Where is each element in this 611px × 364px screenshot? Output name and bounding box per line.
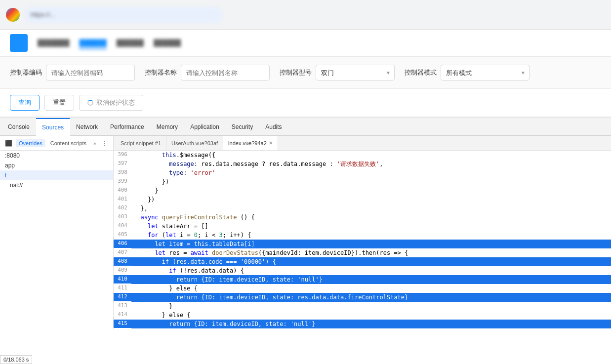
tab-console[interactable]: Console [2, 118, 36, 136]
controller-code-label: 控制器编码 [10, 68, 42, 77]
sidebar-items: :8080 app t nal:// [0, 151, 113, 329]
code-line-405: 405 for (let i = 0; i < 3; i++) { [114, 231, 611, 240]
code-line-407: 407 let res = await doorDevStatus({maind… [114, 248, 611, 257]
filter-bar: 控制器编码 控制器名称 控制器型号 双门 ▼ 控制器模式 所有模式 ▼ [0, 57, 611, 89]
sidebar-controls: ⬛ Overrides Content scripts » ⋮ [0, 136, 113, 151]
app-header: ███████ ██████ ██████ ██████ [0, 30, 611, 57]
code-tab-script-snippet[interactable]: Script snippet #1 [116, 136, 166, 151]
code-line-397: 397 message: res.data.message ? res.data… [114, 160, 611, 168]
button-bar: 查询 重置 取消保护状态 [0, 89, 611, 117]
sidebar-item-label: nal:// [10, 182, 23, 189]
code-line-412: 412 return {ID: item.deviceID, state: re… [114, 293, 611, 302]
sidebar-tab-content-scripts[interactable]: Content scripts [47, 139, 89, 147]
sidebar-item-t[interactable]: t [0, 170, 113, 180]
sidebar-more-icon[interactable]: » [93, 140, 96, 146]
tab-memory[interactable]: Memory [151, 118, 184, 136]
code-line-401: 401 }) [114, 195, 611, 204]
code-line-403: 403 async queryFireControlState () { [114, 213, 611, 222]
sidebar-item-nal[interactable]: nal:// [0, 180, 113, 190]
tab-application[interactable]: Application [184, 118, 226, 136]
filter-controller-code: 控制器编码 [10, 65, 135, 81]
code-line-415: 415 return {ID: item.deviceID, state: 'n… [114, 320, 611, 328]
code-line-416: 416 } [114, 328, 611, 329]
controller-type-label: 控制器型号 [280, 68, 312, 77]
devtools-tab-bar: Console Sources Network Performance Memo… [0, 118, 611, 136]
controller-type-select[interactable]: 双门 [316, 65, 395, 81]
browser-logo-icon [6, 8, 20, 22]
code-line-411: 411 } else { [114, 284, 611, 293]
code-line-408: 408 if (res.data.code === '00000') { [114, 257, 611, 266]
browser-topbar: https://... [0, 0, 611, 30]
nav-item-2[interactable]: ██████ [79, 37, 106, 49]
code-tabs-row: Script snippet #1 UserAuth.vue?03af inde… [114, 136, 611, 151]
tab-security[interactable]: Security [226, 118, 259, 136]
devtools-sidebar: ⬛ Overrides Content scripts » ⋮ :8080 ap… [0, 136, 114, 329]
code-line-398: 398 type: 'error' [114, 168, 611, 177]
controller-name-label: 控制器名称 [145, 68, 177, 77]
sidebar-item-label: :8080 [5, 152, 20, 159]
devtools-body: ⬛ Overrides Content scripts » ⋮ :8080 ap… [0, 136, 611, 329]
sidebar-item-label: app [5, 162, 15, 169]
code-line-406: 406 let item = this.tableData[i] [114, 240, 611, 248]
controller-name-input[interactable] [181, 65, 270, 81]
tab-network[interactable]: Network [70, 118, 104, 136]
code-line-402: 402 }, [114, 204, 611, 213]
controller-mode-label: 控制器模式 [405, 68, 437, 77]
tab-audits[interactable]: Audits [259, 118, 288, 136]
tab-sources[interactable]: Sources [36, 118, 70, 136]
sidebar-nav-icon[interactable]: ⬛ [3, 138, 14, 149]
nav-item-3[interactable]: ██████ [117, 37, 144, 49]
code-line-400: 400 } [114, 186, 611, 195]
sidebar-options-icon[interactable]: ⋮ [99, 138, 110, 149]
filter-controller-mode: 控制器模式 所有模式 ▼ [405, 65, 530, 81]
code-tab-index-vue[interactable]: index.vue?94a2 ✕ [223, 136, 278, 151]
nav-item-4[interactable]: ██████ [154, 37, 181, 49]
filter-controller-type: 控制器型号 双门 ▼ [280, 65, 395, 81]
code-line-410: 410 return {ID: item.deviceID, state: 'n… [114, 275, 611, 284]
cancel-save-button[interactable]: 取消保护状态 [79, 95, 143, 111]
code-content[interactable]: 396 this.$message({ 397 message: res.dat… [114, 151, 611, 329]
query-button[interactable]: 查询 [10, 95, 40, 111]
sidebar-item-app[interactable]: app [0, 161, 113, 170]
close-tab-icon[interactable]: ✕ [269, 140, 273, 146]
sidebar-tab-overrides[interactable]: Overrides [16, 139, 45, 147]
url-bar[interactable]: https://... [25, 7, 222, 23]
tab-performance[interactable]: Performance [104, 118, 151, 136]
app-logo-icon [10, 34, 28, 52]
controller-mode-select-wrapper: 所有模式 ▼ [441, 65, 530, 81]
code-line-409: 409 if (!res.data.data) { [114, 266, 611, 275]
sidebar-item-8080[interactable]: :8080 [0, 151, 113, 161]
sidebar-item-label: t [5, 172, 6, 179]
devtools-panel: Console Sources Network Performance Memo… [0, 117, 611, 329]
code-line-399: 399 }) [114, 177, 611, 186]
loading-spinner-icon [87, 100, 93, 106]
app-nav: ███████ ██████ ██████ ██████ [38, 37, 181, 49]
controller-mode-select[interactable]: 所有模式 [441, 65, 530, 81]
code-line-413: 413 } [114, 302, 611, 311]
code-line-414: 414 } else { [114, 311, 611, 320]
code-line-404: 404 let stateArr = [] [114, 222, 611, 231]
reset-button[interactable]: 重置 [44, 95, 74, 111]
code-tab-userauth[interactable]: UserAuth.vue?03af [166, 136, 223, 151]
code-line-396: 396 this.$message({ [114, 151, 611, 160]
filter-controller-name: 控制器名称 [145, 65, 270, 81]
nav-item-1[interactable]: ███████ [38, 37, 69, 49]
controller-type-select-wrapper: 双门 ▼ [316, 65, 395, 81]
code-area: Script snippet #1 UserAuth.vue?03af inde… [114, 136, 611, 329]
controller-code-input[interactable] [46, 65, 135, 81]
